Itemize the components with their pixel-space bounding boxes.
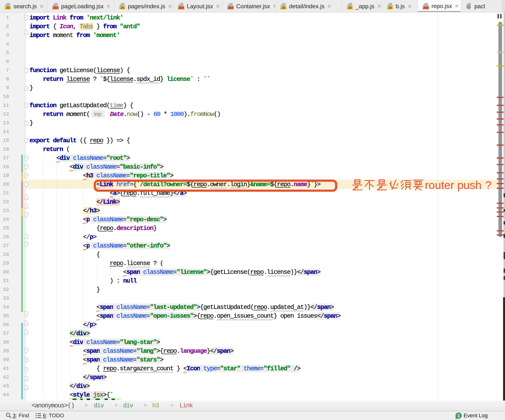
svg-text:{}: {} — [467, 5, 470, 10]
svg-text:JSX: JSX — [53, 6, 58, 9]
svg-text:JS: JS — [348, 6, 352, 10]
svg-text:JSX: JSX — [178, 6, 184, 9]
svg-text:1: 1 — [457, 413, 460, 418]
svg-text:JSX: JSX — [228, 6, 233, 9]
svg-text:JS: JS — [120, 6, 124, 10]
svg-text:JSX: JSX — [423, 6, 429, 9]
svg-text:JS: JS — [6, 6, 10, 10]
svg-text:JS: JS — [388, 6, 392, 10]
svg-text:JS: JS — [281, 6, 285, 10]
